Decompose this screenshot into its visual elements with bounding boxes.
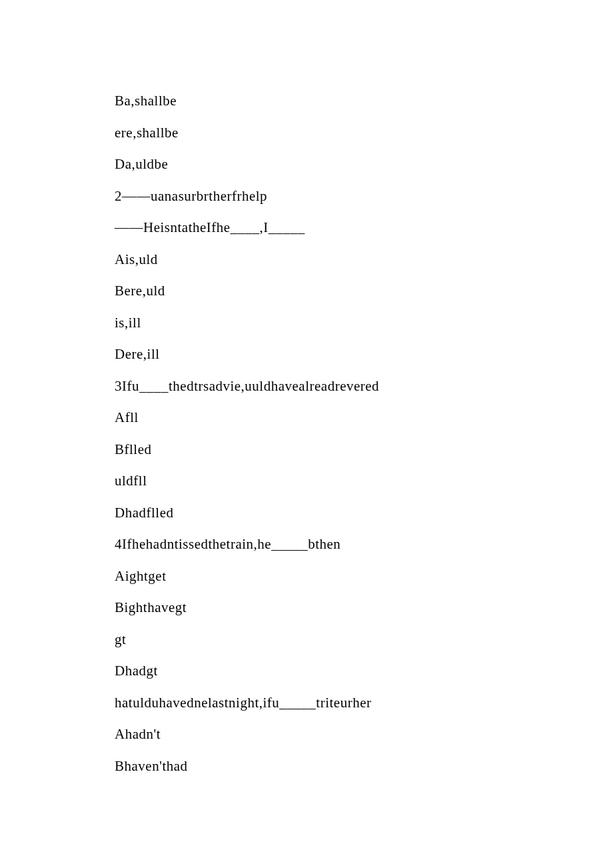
text-line: Dere,ill (115, 339, 613, 371)
text-line: uldfll (115, 465, 613, 497)
text-line: Da,uldbe (115, 149, 613, 181)
text-line: Ba,shallbe (115, 85, 613, 117)
text-line: is,ill (115, 307, 613, 339)
text-line: Dhadgt (115, 655, 613, 687)
text-line: ——HeisntatheIfhe____,I_____ (115, 212, 613, 244)
text-line: hatulduhavednelastnight,ifu_____triteurh… (115, 687, 613, 719)
text-line: Aightget (115, 561, 613, 593)
text-line: Dhadflled (115, 497, 613, 529)
text-line: Bere,uld (115, 275, 613, 307)
text-line: 2——uanasurbrtherfrhelp (115, 181, 613, 213)
text-line: ere,shallbe (115, 117, 613, 149)
text-line: Ais,uld (115, 244, 613, 276)
text-line: Afll (115, 402, 613, 434)
text-line: Bighthavegt (115, 592, 613, 624)
text-line: 4Ifhehadntissedthetrain,he_____bthen (115, 529, 613, 561)
text-line: 3Ifu____thedtrsadvie,uuldhavealreadrever… (115, 371, 613, 403)
text-line: Bflled (115, 434, 613, 466)
text-line: Bhaven'thad (115, 751, 613, 783)
text-line: gt (115, 624, 613, 656)
text-line: Ahadn't (115, 719, 613, 751)
